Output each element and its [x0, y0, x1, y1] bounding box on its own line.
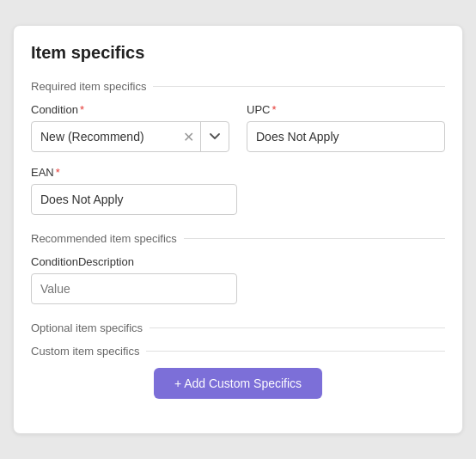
upc-input[interactable]: [247, 121, 445, 152]
add-custom-specifics-button[interactable]: + Add Custom Specifics: [154, 368, 322, 399]
optional-section-label: Optional item specifics: [31, 321, 445, 334]
condition-dropdown-button[interactable]: [201, 122, 229, 151]
condition-group: Condition* New (Recommend) ✕: [31, 103, 229, 152]
ean-input[interactable]: [31, 184, 237, 215]
condition-label: Condition*: [31, 103, 229, 116]
custom-section-label: Custom item specifics: [31, 345, 445, 358]
ean-group: EAN*: [31, 166, 237, 215]
condition-description-label: ConditionDescription: [31, 255, 237, 268]
condition-clear-button[interactable]: ✕: [177, 122, 201, 151]
condition-value: New (Recommend): [32, 130, 177, 144]
required-section-label: Required item specifics: [31, 80, 445, 93]
condition-description-input[interactable]: [31, 273, 237, 304]
ean-label: EAN*: [31, 166, 237, 179]
upc-label: UPC*: [247, 103, 445, 116]
card-title: Item specifics: [31, 43, 445, 63]
upc-group: UPC*: [247, 103, 445, 152]
item-specifics-card: Item specifics Required item specifics C…: [13, 25, 463, 434]
condition-select[interactable]: New (Recommend) ✕: [31, 121, 229, 152]
condition-description-group: ConditionDescription: [31, 255, 237, 304]
recommended-section-label: Recommended item specifics: [31, 232, 445, 245]
custom-section: Custom item specifics + Add Custom Speci…: [31, 345, 445, 399]
chevron-down-icon: [210, 133, 220, 140]
